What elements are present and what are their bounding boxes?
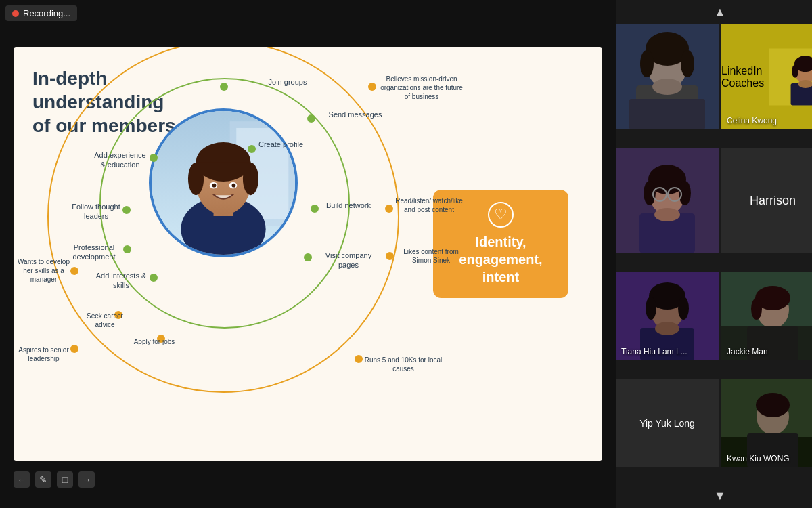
svg-point-22: [681, 50, 694, 77]
node-create-profile: [248, 145, 256, 153]
svg-point-13: [212, 184, 217, 188]
svg-point-35: [679, 181, 691, 205]
celina-name: Celina Kwong: [727, 116, 777, 125]
svg-point-18: [652, 79, 682, 95]
svg-point-14: [232, 184, 236, 188]
person-svg: [152, 108, 295, 255]
jackie-name: Jackie Man: [727, 347, 768, 356]
svg-point-52: [751, 298, 762, 320]
participant-cell-yip: Yip Yuk Long: [616, 379, 719, 467]
toolbar-highlight-btn[interactable]: □: [57, 471, 73, 488]
node-follow-thought: [122, 206, 131, 214]
label-runs: Runs 5 and 10Ks for local causes: [363, 356, 444, 373]
node-read-listen: [385, 205, 393, 213]
label-add-experience: Add experience & education: [91, 150, 149, 170]
participant-cell-celina: LinkedIn Coaches Celina Kwong: [721, 24, 812, 129]
label-apply-jobs: Apply for jobs: [131, 337, 178, 346]
svg-point-34: [644, 181, 656, 205]
toolbar-back-btn[interactable]: ←: [14, 471, 30, 488]
svg-rect-4: [187, 213, 259, 252]
node-build-network: [311, 205, 319, 213]
right-panel: ▲ LinkedIn Coaches: [616, 0, 812, 508]
kwan-name: Kwan Kiu WONG: [727, 454, 790, 463]
label-wants-develop: Wants to develop her skills as a manager: [15, 257, 72, 284]
label-create-profile: Create profile: [257, 140, 304, 149]
tiana-name: Tiana Hiu Lam L...: [621, 347, 687, 356]
slide-area: In-depth understanding of our members: [0, 0, 616, 508]
label-professional-dev: Professional development: [66, 242, 122, 262]
svg-point-21: [640, 50, 654, 77]
central-person-circle: [149, 108, 298, 257]
label-likes-content: Likes content from Simon Sinek: [394, 247, 468, 265]
node-professional-dev: [123, 245, 131, 253]
recording-badge: Recording...: [5, 5, 77, 21]
slide-toolbar: ← ✎ □ →: [14, 471, 95, 488]
label-follow-thought: Follow thought leaders: [69, 202, 123, 221]
node-add-experience: [150, 154, 158, 162]
heart-icon: ♡: [488, 202, 514, 228]
linkedin-badge: LinkedIn Coaches: [721, 65, 769, 89]
node-visit-company: [304, 253, 312, 261]
harrison-name: Harrison: [750, 194, 796, 208]
svg-point-58: [756, 393, 790, 417]
celina-video: [769, 24, 812, 129]
svg-point-32: [654, 208, 680, 221]
node-runs: [355, 355, 363, 363]
main-layout: In-depth understanding of our members: [0, 0, 812, 508]
participant-grid: LinkedIn Coaches Celina Kwong: [616, 24, 812, 484]
participant-cell-kwan: Kwan Kiu WONG: [721, 379, 812, 467]
label-join-groups: Join groups: [254, 77, 321, 87]
toolbar-forward-btn[interactable]: →: [78, 471, 95, 488]
recording-label: Recording...: [23, 8, 70, 18]
slide-content: In-depth understanding of our members: [14, 47, 602, 461]
toolbar-pencil-btn[interactable]: ✎: [35, 471, 51, 488]
svg-rect-19: [629, 99, 705, 129]
scroll-down-button[interactable]: ▼: [616, 484, 812, 508]
participant-cell-unknown-woman: [616, 148, 719, 253]
svg-point-26: [798, 80, 812, 88]
label-believes: Believes mission-driven organizations ar…: [378, 75, 466, 101]
unknown-woman-video: [616, 148, 719, 253]
node-send-messages: [307, 114, 315, 123]
label-send-messages: Send messages: [321, 110, 389, 119]
participant-cell-tiana: Tiana Hiu Lam L...: [616, 272, 719, 360]
svg-point-28: [792, 64, 798, 78]
yip-name: Yip Yuk Long: [639, 418, 695, 429]
label-visit-company: Visit company pages: [318, 251, 379, 270]
label-build-network: Build network: [321, 200, 376, 210]
participant-cell-jackie: Jackie Man: [721, 272, 812, 360]
label-add-interests: Add interests & skills: [93, 271, 149, 291]
recording-dot: [12, 10, 19, 17]
scroll-up-button[interactable]: ▲: [616, 0, 812, 24]
label-seek-career: Seek career advice: [81, 312, 129, 329]
node-join-groups: [220, 83, 228, 91]
svg-point-44: [646, 297, 656, 320]
node-likes-content: [386, 252, 394, 260]
label-aspires: Aspires to senior leadership: [15, 345, 72, 363]
node-add-interests: [150, 274, 158, 282]
node-believes: [368, 83, 376, 91]
participant-cell-harrison: Harrison: [721, 148, 812, 253]
svg-point-45: [678, 297, 689, 320]
label-read-listen: Read/listen/ watch/like and post content: [395, 196, 463, 214]
first-person-video: [616, 24, 719, 129]
svg-rect-10: [196, 162, 251, 175]
participant-cell-first: [616, 24, 719, 129]
svg-point-42: [655, 322, 679, 335]
